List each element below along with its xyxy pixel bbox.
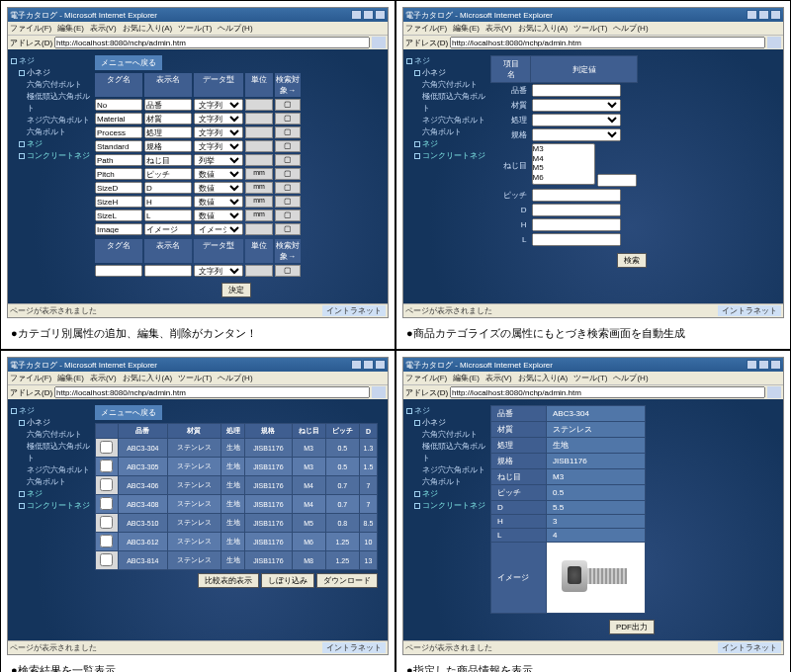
disp-input[interactable] <box>144 113 192 125</box>
type-select[interactable]: 文字列 <box>194 126 243 138</box>
tree-toggle-icon[interactable] <box>19 491 25 497</box>
type-select[interactable]: 列挙 <box>194 154 243 166</box>
tree-item[interactable]: ネジ <box>27 139 43 148</box>
search-text-input[interactable] <box>532 204 621 216</box>
tree-toggle-icon[interactable] <box>414 491 420 497</box>
tree-toggle-icon[interactable] <box>19 141 25 147</box>
tree-toggle-icon[interactable] <box>19 503 25 509</box>
result-row[interactable]: ABC3-612ステンレス生地JISB1176M61.2510 <box>96 533 378 551</box>
tree-item[interactable]: 六角穴付ボルト <box>11 79 90 91</box>
tree-toggle-icon[interactable] <box>414 503 420 509</box>
go-button[interactable] <box>372 386 386 398</box>
menu-fav[interactable]: お気に入り(A) <box>123 23 173 34</box>
search-button[interactable]: 検索 <box>617 253 647 268</box>
disp-input[interactable] <box>144 182 192 194</box>
result-row[interactable]: ABC3-304ステンレス生地JISB1176M30.51.3 <box>96 439 378 458</box>
disp-input[interactable] <box>144 210 192 221</box>
search-text-input[interactable] <box>532 218 621 231</box>
maximize-button[interactable] <box>363 10 374 20</box>
search-text-input[interactable] <box>532 189 621 202</box>
row-action-button[interactable]: ▢ <box>275 154 301 166</box>
tag-input[interactable] <box>95 113 142 125</box>
type-select[interactable]: 数値 <box>194 196 243 208</box>
go-button[interactable] <box>767 386 781 398</box>
menu-help[interactable]: ヘルプ(H) <box>218 23 252 34</box>
minimize-button[interactable] <box>747 360 757 370</box>
menu-edit[interactable]: 編集(E) <box>57 23 84 34</box>
maximize-button[interactable] <box>758 10 769 20</box>
pdf-button[interactable]: PDF出力 <box>609 620 655 634</box>
close-button[interactable] <box>770 360 781 370</box>
row-action-button[interactable]: ▢ <box>275 113 301 125</box>
menu-tools[interactable]: ツール(T) <box>178 23 212 34</box>
row-action-button[interactable]: ▢ <box>275 140 301 152</box>
disp-input[interactable] <box>144 154 192 166</box>
type-select[interactable]: 数値 <box>194 210 243 221</box>
tag-input[interactable] <box>95 168 142 180</box>
disp-input[interactable] <box>144 168 192 180</box>
tree-toggle-icon[interactable] <box>414 141 420 147</box>
result-row[interactable]: ABC3-406ステンレス生地JISB1176M40.77 <box>96 476 378 495</box>
tree-item[interactable]: ネジ穴六角ボルト <box>11 115 90 126</box>
close-button[interactable] <box>375 10 386 20</box>
go-button[interactable] <box>372 37 386 48</box>
tag-input[interactable] <box>95 126 142 138</box>
go-button[interactable] <box>767 37 781 48</box>
new-tag-input[interactable] <box>95 265 142 277</box>
row-action-button[interactable]: ▢ <box>275 99 301 111</box>
address-input[interactable] <box>450 37 765 48</box>
result-row[interactable]: ABC3-408ステンレス生地JISB1176M40.77 <box>96 495 378 514</box>
row-action-button[interactable]: ▢ <box>275 196 301 208</box>
type-select[interactable]: 文字列 <box>194 113 243 125</box>
search-text-input[interactable] <box>532 84 621 97</box>
row-checkbox[interactable] <box>96 495 119 514</box>
tree-item[interactable]: 小ネジ <box>27 68 50 77</box>
new-type-select[interactable]: 文字列 <box>194 265 243 277</box>
tree-item[interactable]: コンクリートネジ <box>27 151 90 160</box>
result-row[interactable]: ABC3-510ステンレス生地JISB1176M50.88.5 <box>96 514 378 533</box>
row-checkbox[interactable] <box>96 533 119 551</box>
type-select[interactable]: 文字列 <box>194 99 243 111</box>
row-action-button[interactable]: ▢ <box>275 223 301 235</box>
type-select[interactable]: 文字列 <box>194 140 243 152</box>
tag-input[interactable] <box>95 196 142 208</box>
address-input[interactable] <box>54 386 370 398</box>
tag-input[interactable] <box>95 182 142 194</box>
search-select[interactable] <box>532 114 621 126</box>
row-checkbox[interactable] <box>96 476 119 495</box>
search-select[interactable] <box>532 99 621 112</box>
download-button[interactable]: ダウンロード <box>316 573 378 588</box>
maximize-button[interactable] <box>758 360 769 370</box>
tree-item[interactable]: 六角ボルト <box>11 126 90 138</box>
minimize-button[interactable] <box>351 360 362 370</box>
row-action-button[interactable]: ▢ <box>275 168 301 180</box>
new-disp-input[interactable] <box>144 265 192 277</box>
minimize-button[interactable] <box>747 10 757 20</box>
close-button[interactable] <box>375 360 386 370</box>
row-action-button[interactable]: ▢ <box>275 210 301 221</box>
row-checkbox[interactable] <box>96 439 119 458</box>
disp-input[interactable] <box>144 99 192 111</box>
tag-input[interactable] <box>95 140 142 152</box>
search-text-input[interactable] <box>532 233 621 246</box>
row-action-button[interactable]: ▢ <box>275 126 301 138</box>
type-select[interactable]: 数値 <box>194 182 243 194</box>
address-input[interactable] <box>450 386 765 398</box>
address-input[interactable] <box>54 37 370 48</box>
tree-toggle-icon[interactable] <box>11 408 17 414</box>
search-list[interactable]: M3M4M5M6 <box>532 143 595 185</box>
disp-input[interactable] <box>144 196 192 208</box>
tree-toggle-icon[interactable] <box>19 70 25 76</box>
compare-button[interactable]: 比較表的表示 <box>198 573 259 588</box>
back-to-menu-button[interactable]: メニューへ戻る <box>95 405 162 420</box>
disp-input[interactable] <box>144 126 192 138</box>
type-select[interactable]: 数値 <box>194 168 243 180</box>
result-row[interactable]: ABC3-814ステンレス生地JISB1176M81.2513 <box>96 551 378 570</box>
close-button[interactable] <box>770 10 781 20</box>
result-row[interactable]: ABC3-305ステンレス生地JISB1176M30.51.5 <box>96 458 378 476</box>
tree-toggle-icon[interactable] <box>11 58 17 64</box>
new-add-button[interactable]: ▢ <box>275 265 301 277</box>
tree-toggle-icon[interactable] <box>19 420 25 426</box>
tag-input[interactable] <box>95 99 142 111</box>
tree-root[interactable]: ネジ <box>19 56 35 65</box>
